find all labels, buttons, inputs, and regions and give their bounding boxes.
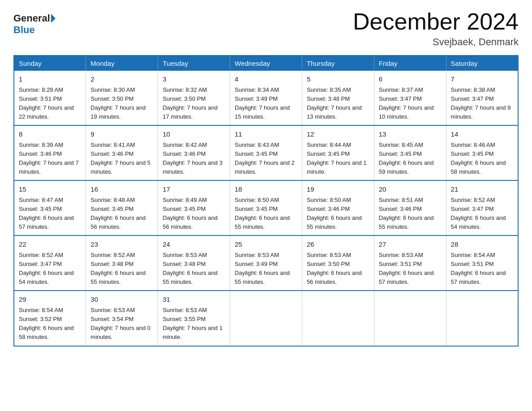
day-number: 25: [235, 240, 297, 250]
day-number: 5: [307, 74, 369, 85]
weekday-header-monday: Monday: [86, 56, 158, 71]
day-info: Sunrise: 8:29 AMSunset: 3:51 PMDaylight:…: [19, 86, 74, 120]
day-info: Sunrise: 8:41 AMSunset: 3:46 PMDaylight:…: [90, 141, 150, 175]
calendar-week-row: 15 Sunrise: 8:47 AMSunset: 3:45 PMDaylig…: [14, 180, 518, 235]
calendar-day-cell: 6 Sunrise: 8:37 AMSunset: 3:47 PMDayligh…: [374, 71, 446, 125]
day-number: 29: [19, 295, 81, 305]
day-number: 12: [307, 129, 369, 140]
weekday-header-tuesday: Tuesday: [158, 56, 230, 71]
calendar-day-cell: 13 Sunrise: 8:45 AMSunset: 3:45 PMDaylig…: [374, 125, 446, 180]
calendar-day-cell: [230, 291, 302, 346]
weekday-header-saturday: Saturday: [446, 56, 518, 71]
day-number: 23: [90, 240, 153, 250]
calendar-header-row: SundayMondayTuesdayWednesdayThursdayFrid…: [14, 56, 518, 71]
day-number: 19: [307, 184, 369, 195]
calendar-day-cell: 18 Sunrise: 8:50 AMSunset: 3:45 PMDaylig…: [230, 180, 302, 235]
calendar-day-cell: 26 Sunrise: 8:53 AMSunset: 3:50 PMDaylig…: [302, 235, 374, 291]
day-number: 24: [163, 240, 225, 250]
day-info: Sunrise: 8:39 AMSunset: 3:46 PMDaylight:…: [19, 141, 79, 175]
day-info: Sunrise: 8:50 AMSunset: 3:46 PMDaylight:…: [307, 197, 362, 230]
day-info: Sunrise: 8:37 AMSunset: 3:47 PMDaylight:…: [379, 86, 434, 120]
calendar-day-cell: 19 Sunrise: 8:50 AMSunset: 3:46 PMDaylig…: [302, 180, 374, 235]
calendar-day-cell: 25 Sunrise: 8:53 AMSunset: 3:49 PMDaylig…: [230, 235, 302, 291]
calendar-day-cell: 8 Sunrise: 8:39 AMSunset: 3:46 PMDayligh…: [14, 125, 86, 180]
day-info: Sunrise: 8:44 AMSunset: 3:45 PMDaylight:…: [307, 141, 367, 175]
day-number: 30: [90, 295, 153, 305]
day-info: Sunrise: 8:54 AMSunset: 3:51 PMDaylight:…: [451, 252, 506, 285]
day-info: Sunrise: 8:53 AMSunset: 3:48 PMDaylight:…: [163, 252, 218, 285]
day-number: 3: [163, 74, 225, 85]
day-info: Sunrise: 8:49 AMSunset: 3:45 PMDaylight:…: [163, 197, 218, 230]
day-number: 7: [451, 74, 513, 85]
day-number: 8: [19, 129, 81, 140]
calendar-week-row: 1 Sunrise: 8:29 AMSunset: 3:51 PMDayligh…: [14, 71, 518, 125]
day-number: 15: [19, 184, 81, 195]
day-info: Sunrise: 8:46 AMSunset: 3:45 PMDaylight:…: [451, 141, 506, 175]
calendar-day-cell: 10 Sunrise: 8:42 AMSunset: 3:46 PMDaylig…: [158, 125, 230, 180]
day-number: 10: [163, 129, 225, 140]
calendar-day-cell: 12 Sunrise: 8:44 AMSunset: 3:45 PMDaylig…: [302, 125, 374, 180]
day-number: 11: [235, 129, 297, 140]
calendar-day-cell: 15 Sunrise: 8:47 AMSunset: 3:45 PMDaylig…: [14, 180, 86, 235]
calendar-day-cell: 29 Sunrise: 8:54 AMSunset: 3:52 PMDaylig…: [14, 291, 86, 346]
day-number: 27: [379, 240, 442, 250]
day-info: Sunrise: 8:47 AMSunset: 3:45 PMDaylight:…: [19, 197, 74, 230]
calendar-day-cell: [446, 291, 518, 346]
day-info: Sunrise: 8:53 AMSunset: 3:55 PMDaylight:…: [163, 307, 223, 340]
calendar-day-cell: 11 Sunrise: 8:43 AMSunset: 3:45 PMDaylig…: [230, 125, 302, 180]
calendar-week-row: 22 Sunrise: 8:52 AMSunset: 3:47 PMDaylig…: [14, 235, 518, 291]
month-title: December 2024: [353, 9, 519, 34]
day-number: 17: [163, 184, 225, 195]
calendar-week-row: 8 Sunrise: 8:39 AMSunset: 3:46 PMDayligh…: [14, 125, 518, 180]
calendar-day-cell: 16 Sunrise: 8:48 AMSunset: 3:45 PMDaylig…: [86, 180, 158, 235]
calendar-day-cell: 1 Sunrise: 8:29 AMSunset: 3:51 PMDayligh…: [14, 71, 86, 125]
day-number: 16: [90, 184, 153, 195]
calendar-day-cell: 2 Sunrise: 8:30 AMSunset: 3:50 PMDayligh…: [86, 71, 158, 125]
day-info: Sunrise: 8:42 AMSunset: 3:46 PMDaylight:…: [163, 141, 223, 175]
logo-general-text: General: [13, 13, 50, 24]
calendar-day-cell: 30 Sunrise: 8:53 AMSunset: 3:54 PMDaylig…: [86, 291, 158, 346]
day-info: Sunrise: 8:53 AMSunset: 3:51 PMDaylight:…: [379, 252, 434, 285]
day-info: Sunrise: 8:43 AMSunset: 3:45 PMDaylight:…: [235, 141, 295, 175]
day-info: Sunrise: 8:45 AMSunset: 3:45 PMDaylight:…: [379, 141, 434, 175]
day-info: Sunrise: 8:53 AMSunset: 3:50 PMDaylight:…: [307, 252, 362, 285]
day-number: 14: [451, 129, 513, 140]
day-number: 26: [307, 240, 369, 250]
day-number: 13: [379, 129, 442, 140]
calendar-day-cell: 3 Sunrise: 8:32 AMSunset: 3:50 PMDayligh…: [158, 71, 230, 125]
day-info: Sunrise: 8:32 AMSunset: 3:50 PMDaylight:…: [163, 86, 218, 120]
calendar-day-cell: 28 Sunrise: 8:54 AMSunset: 3:51 PMDaylig…: [446, 235, 518, 291]
day-info: Sunrise: 8:52 AMSunset: 3:47 PMDaylight:…: [451, 197, 506, 230]
day-info: Sunrise: 8:38 AMSunset: 3:47 PMDaylight:…: [451, 86, 511, 120]
day-info: Sunrise: 8:35 AMSunset: 3:48 PMDaylight:…: [307, 86, 362, 120]
page-header: General Blue December 2024 Svejbaek, Den…: [13, 9, 519, 48]
day-number: 6: [379, 74, 442, 85]
calendar-day-cell: 22 Sunrise: 8:52 AMSunset: 3:47 PMDaylig…: [14, 235, 86, 291]
day-info: Sunrise: 8:30 AMSunset: 3:50 PMDaylight:…: [90, 86, 146, 120]
day-info: Sunrise: 8:34 AMSunset: 3:49 PMDaylight:…: [235, 86, 290, 120]
calendar-day-cell: 17 Sunrise: 8:49 AMSunset: 3:45 PMDaylig…: [158, 180, 230, 235]
logo-arrow-icon: [51, 14, 56, 23]
day-info: Sunrise: 8:48 AMSunset: 3:45 PMDaylight:…: [90, 197, 146, 230]
calendar-day-cell: [374, 291, 446, 346]
day-number: 18: [235, 184, 297, 195]
calendar-day-cell: 21 Sunrise: 8:52 AMSunset: 3:47 PMDaylig…: [446, 180, 518, 235]
day-number: 1: [19, 74, 81, 85]
weekday-header-thursday: Thursday: [302, 56, 374, 71]
day-info: Sunrise: 8:50 AMSunset: 3:45 PMDaylight:…: [235, 197, 290, 230]
day-info: Sunrise: 8:52 AMSunset: 3:47 PMDaylight:…: [19, 252, 74, 285]
day-number: 20: [379, 184, 442, 195]
weekday-header-friday: Friday: [374, 56, 446, 71]
day-info: Sunrise: 8:52 AMSunset: 3:48 PMDaylight:…: [90, 252, 146, 285]
calendar-day-cell: 14 Sunrise: 8:46 AMSunset: 3:45 PMDaylig…: [446, 125, 518, 180]
calendar-day-cell: 23 Sunrise: 8:52 AMSunset: 3:48 PMDaylig…: [86, 235, 158, 291]
calendar-day-cell: 20 Sunrise: 8:51 AMSunset: 3:46 PMDaylig…: [374, 180, 446, 235]
location-text: Svejbaek, Denmark: [353, 36, 519, 48]
calendar-day-cell: 24 Sunrise: 8:53 AMSunset: 3:48 PMDaylig…: [158, 235, 230, 291]
calendar-day-cell: 7 Sunrise: 8:38 AMSunset: 3:47 PMDayligh…: [446, 71, 518, 125]
calendar-week-row: 29 Sunrise: 8:54 AMSunset: 3:52 PMDaylig…: [14, 291, 518, 346]
weekday-header-sunday: Sunday: [14, 56, 86, 71]
day-number: 9: [90, 129, 153, 140]
day-info: Sunrise: 8:53 AMSunset: 3:49 PMDaylight:…: [235, 252, 290, 285]
logo: General Blue: [13, 13, 56, 36]
